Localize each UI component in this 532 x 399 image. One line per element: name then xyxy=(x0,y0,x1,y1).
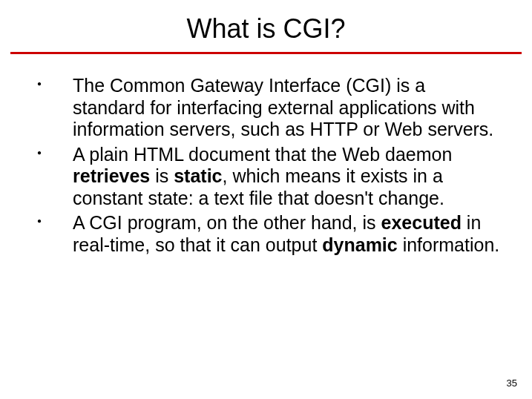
slide-title: What is CGI? xyxy=(0,0,532,52)
bullet-text: information. xyxy=(398,234,500,255)
page-number: 35 xyxy=(507,377,517,389)
bullet-text: A CGI program, on the other hand, is xyxy=(73,212,381,233)
bullet-bold: static xyxy=(174,165,222,186)
list-item: A plain HTML document that the Web daemo… xyxy=(30,144,502,210)
bullet-bold: retrieves xyxy=(73,165,150,186)
bullet-text: is xyxy=(150,165,174,186)
bullet-text: A plain HTML document that the Web daemo… xyxy=(73,144,452,165)
list-item: The Common Gateway Interface (CGI) is a … xyxy=(30,75,502,141)
bullet-text: The Common Gateway Interface (CGI) is a … xyxy=(73,75,493,139)
bullet-bold: dynamic xyxy=(322,234,397,255)
bullet-list: The Common Gateway Interface (CGI) is a … xyxy=(30,75,502,256)
list-item: A CGI program, on the other hand, is exe… xyxy=(30,212,502,256)
bullet-bold: executed xyxy=(381,212,462,233)
slide: What is CGI? The Common Gateway Interfac… xyxy=(0,0,532,399)
slide-body: The Common Gateway Interface (CGI) is a … xyxy=(0,54,532,256)
